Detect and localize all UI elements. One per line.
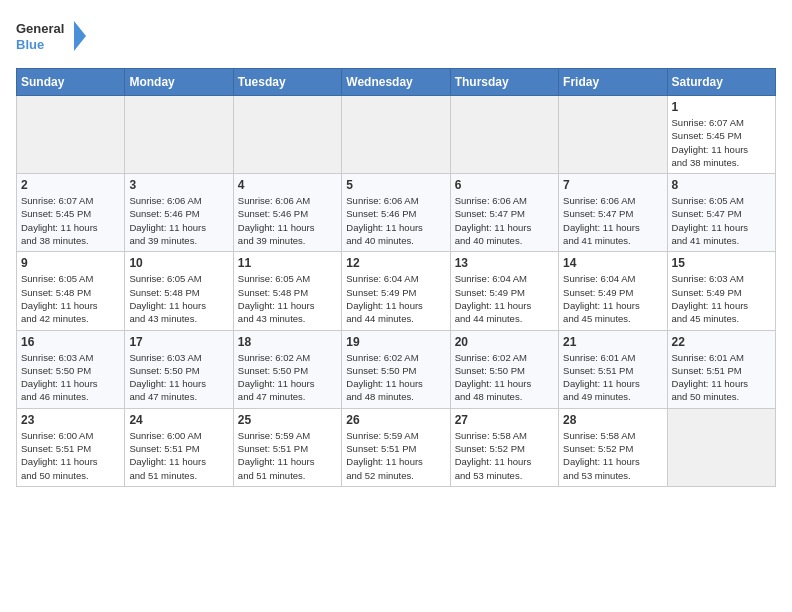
calendar-cell: 27Sunrise: 5:58 AM Sunset: 5:52 PM Dayli…	[450, 408, 558, 486]
calendar-cell: 4Sunrise: 6:06 AM Sunset: 5:46 PM Daylig…	[233, 174, 341, 252]
day-info: Sunrise: 6:06 AM Sunset: 5:46 PM Dayligh…	[129, 194, 228, 247]
day-info: Sunrise: 6:00 AM Sunset: 5:51 PM Dayligh…	[21, 429, 120, 482]
calendar-cell	[667, 408, 775, 486]
calendar-cell: 2Sunrise: 6:07 AM Sunset: 5:45 PM Daylig…	[17, 174, 125, 252]
day-number: 15	[672, 256, 771, 270]
day-info: Sunrise: 6:05 AM Sunset: 5:48 PM Dayligh…	[21, 272, 120, 325]
day-info: Sunrise: 6:06 AM Sunset: 5:46 PM Dayligh…	[238, 194, 337, 247]
day-number: 27	[455, 413, 554, 427]
calendar-cell: 22Sunrise: 6:01 AM Sunset: 5:51 PM Dayli…	[667, 330, 775, 408]
day-number: 9	[21, 256, 120, 270]
day-info: Sunrise: 6:06 AM Sunset: 5:47 PM Dayligh…	[563, 194, 662, 247]
day-info: Sunrise: 6:05 AM Sunset: 5:47 PM Dayligh…	[672, 194, 771, 247]
day-number: 10	[129, 256, 228, 270]
calendar-cell: 14Sunrise: 6:04 AM Sunset: 5:49 PM Dayli…	[559, 252, 667, 330]
calendar-cell: 17Sunrise: 6:03 AM Sunset: 5:50 PM Dayli…	[125, 330, 233, 408]
calendar-cell: 19Sunrise: 6:02 AM Sunset: 5:50 PM Dayli…	[342, 330, 450, 408]
day-info: Sunrise: 6:06 AM Sunset: 5:46 PM Dayligh…	[346, 194, 445, 247]
day-info: Sunrise: 6:05 AM Sunset: 5:48 PM Dayligh…	[238, 272, 337, 325]
day-number: 22	[672, 335, 771, 349]
calendar-cell	[17, 96, 125, 174]
calendar-cell: 21Sunrise: 6:01 AM Sunset: 5:51 PM Dayli…	[559, 330, 667, 408]
day-info: Sunrise: 6:02 AM Sunset: 5:50 PM Dayligh…	[346, 351, 445, 404]
day-number: 23	[21, 413, 120, 427]
day-number: 28	[563, 413, 662, 427]
day-number: 24	[129, 413, 228, 427]
calendar-week-1: 1Sunrise: 6:07 AM Sunset: 5:45 PM Daylig…	[17, 96, 776, 174]
calendar-cell	[559, 96, 667, 174]
svg-marker-2	[74, 21, 86, 51]
calendar-cell: 7Sunrise: 6:06 AM Sunset: 5:47 PM Daylig…	[559, 174, 667, 252]
calendar-cell: 26Sunrise: 5:59 AM Sunset: 5:51 PM Dayli…	[342, 408, 450, 486]
day-number: 7	[563, 178, 662, 192]
day-number: 5	[346, 178, 445, 192]
day-number: 3	[129, 178, 228, 192]
calendar-header-row: SundayMondayTuesdayWednesdayThursdayFrid…	[17, 69, 776, 96]
calendar-cell: 15Sunrise: 6:03 AM Sunset: 5:49 PM Dayli…	[667, 252, 775, 330]
day-info: Sunrise: 6:02 AM Sunset: 5:50 PM Dayligh…	[455, 351, 554, 404]
calendar-week-5: 23Sunrise: 6:00 AM Sunset: 5:51 PM Dayli…	[17, 408, 776, 486]
day-info: Sunrise: 6:06 AM Sunset: 5:47 PM Dayligh…	[455, 194, 554, 247]
day-number: 1	[672, 100, 771, 114]
calendar-cell: 12Sunrise: 6:04 AM Sunset: 5:49 PM Dayli…	[342, 252, 450, 330]
weekday-header-tuesday: Tuesday	[233, 69, 341, 96]
calendar-cell: 11Sunrise: 6:05 AM Sunset: 5:48 PM Dayli…	[233, 252, 341, 330]
day-info: Sunrise: 6:07 AM Sunset: 5:45 PM Dayligh…	[21, 194, 120, 247]
weekday-header-thursday: Thursday	[450, 69, 558, 96]
calendar-cell: 1Sunrise: 6:07 AM Sunset: 5:45 PM Daylig…	[667, 96, 775, 174]
calendar-cell: 24Sunrise: 6:00 AM Sunset: 5:51 PM Dayli…	[125, 408, 233, 486]
logo: General Blue	[16, 16, 86, 56]
svg-text:General: General	[16, 21, 64, 36]
day-number: 6	[455, 178, 554, 192]
day-number: 12	[346, 256, 445, 270]
day-info: Sunrise: 6:04 AM Sunset: 5:49 PM Dayligh…	[563, 272, 662, 325]
calendar-cell: 5Sunrise: 6:06 AM Sunset: 5:46 PM Daylig…	[342, 174, 450, 252]
calendar-week-2: 2Sunrise: 6:07 AM Sunset: 5:45 PM Daylig…	[17, 174, 776, 252]
day-number: 21	[563, 335, 662, 349]
calendar-cell: 13Sunrise: 6:04 AM Sunset: 5:49 PM Dayli…	[450, 252, 558, 330]
calendar-cell: 8Sunrise: 6:05 AM Sunset: 5:47 PM Daylig…	[667, 174, 775, 252]
day-number: 8	[672, 178, 771, 192]
weekday-header-wednesday: Wednesday	[342, 69, 450, 96]
calendar-cell: 10Sunrise: 6:05 AM Sunset: 5:48 PM Dayli…	[125, 252, 233, 330]
day-number: 2	[21, 178, 120, 192]
day-info: Sunrise: 6:04 AM Sunset: 5:49 PM Dayligh…	[455, 272, 554, 325]
day-info: Sunrise: 6:07 AM Sunset: 5:45 PM Dayligh…	[672, 116, 771, 169]
calendar-cell: 28Sunrise: 5:58 AM Sunset: 5:52 PM Dayli…	[559, 408, 667, 486]
calendar-cell: 20Sunrise: 6:02 AM Sunset: 5:50 PM Dayli…	[450, 330, 558, 408]
day-info: Sunrise: 6:03 AM Sunset: 5:50 PM Dayligh…	[21, 351, 120, 404]
calendar-cell: 23Sunrise: 6:00 AM Sunset: 5:51 PM Dayli…	[17, 408, 125, 486]
svg-text:Blue: Blue	[16, 37, 44, 52]
day-info: Sunrise: 6:01 AM Sunset: 5:51 PM Dayligh…	[563, 351, 662, 404]
calendar-week-4: 16Sunrise: 6:03 AM Sunset: 5:50 PM Dayli…	[17, 330, 776, 408]
weekday-header-saturday: Saturday	[667, 69, 775, 96]
day-info: Sunrise: 5:58 AM Sunset: 5:52 PM Dayligh…	[563, 429, 662, 482]
day-info: Sunrise: 5:59 AM Sunset: 5:51 PM Dayligh…	[346, 429, 445, 482]
logo-icon: General Blue	[16, 16, 86, 56]
calendar-cell	[233, 96, 341, 174]
calendar-week-3: 9Sunrise: 6:05 AM Sunset: 5:48 PM Daylig…	[17, 252, 776, 330]
day-number: 19	[346, 335, 445, 349]
calendar-cell: 6Sunrise: 6:06 AM Sunset: 5:47 PM Daylig…	[450, 174, 558, 252]
page-header: General Blue	[16, 16, 776, 56]
day-number: 14	[563, 256, 662, 270]
day-number: 18	[238, 335, 337, 349]
day-info: Sunrise: 6:00 AM Sunset: 5:51 PM Dayligh…	[129, 429, 228, 482]
calendar-cell: 16Sunrise: 6:03 AM Sunset: 5:50 PM Dayli…	[17, 330, 125, 408]
day-info: Sunrise: 6:05 AM Sunset: 5:48 PM Dayligh…	[129, 272, 228, 325]
weekday-header-friday: Friday	[559, 69, 667, 96]
weekday-header-sunday: Sunday	[17, 69, 125, 96]
day-number: 17	[129, 335, 228, 349]
weekday-header-monday: Monday	[125, 69, 233, 96]
calendar-cell	[125, 96, 233, 174]
calendar-cell	[342, 96, 450, 174]
calendar-cell: 9Sunrise: 6:05 AM Sunset: 5:48 PM Daylig…	[17, 252, 125, 330]
day-number: 20	[455, 335, 554, 349]
day-number: 26	[346, 413, 445, 427]
calendar-cell	[450, 96, 558, 174]
day-info: Sunrise: 5:59 AM Sunset: 5:51 PM Dayligh…	[238, 429, 337, 482]
calendar-cell: 25Sunrise: 5:59 AM Sunset: 5:51 PM Dayli…	[233, 408, 341, 486]
day-number: 16	[21, 335, 120, 349]
day-info: Sunrise: 6:03 AM Sunset: 5:49 PM Dayligh…	[672, 272, 771, 325]
day-number: 13	[455, 256, 554, 270]
